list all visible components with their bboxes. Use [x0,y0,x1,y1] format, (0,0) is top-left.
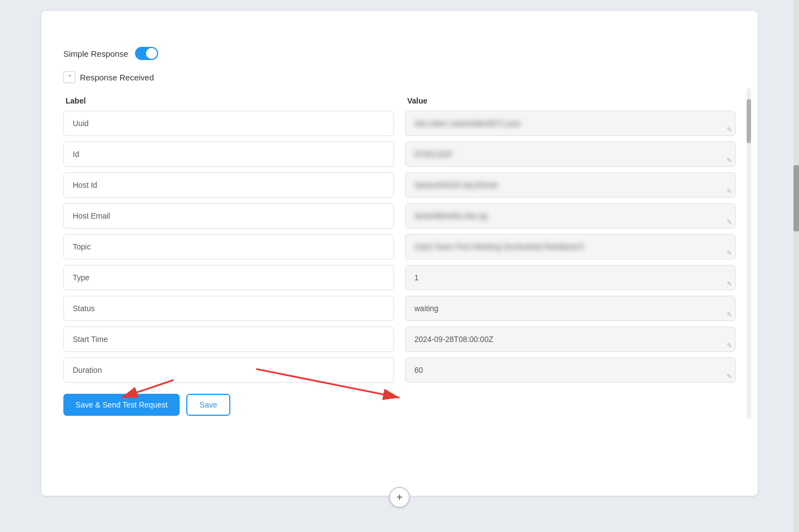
field-value-text: S4e0 Team Print Meeting Sim4e44ed Reedie… [414,242,726,251]
response-received-label: Response Received [80,73,154,82]
field-value-uuid[interactable]: 4ee-a3ee-1aeee4de4d371.pue✎ [405,111,736,136]
edit-icon: ✎ [727,373,732,380]
field-value-text: 2024-09-28T08:00:00Z [414,335,726,344]
buttons-row: Save & Send Test Request Save [63,394,736,416]
table-headers: Label Value [63,96,736,105]
chevron-up-icon: ⌃ [63,71,75,83]
breadcrumb [63,28,736,36]
edit-icon: ✎ [727,219,732,226]
field-value-start-time[interactable]: 2024-09-28T08:00:00Z✎ [405,327,736,352]
field-value-text: 1 [414,273,726,282]
edit-icon: ✎ [727,342,732,349]
field-label-start-time: Start Time [63,327,394,352]
edit-icon: ✎ [727,157,732,164]
simple-response-row: Simple Response [63,47,736,60]
page-scrollbar-track [793,0,799,532]
table-row: Type1✎ [63,265,736,290]
inner-scrollbar-thumb[interactable] [747,99,751,143]
table-row: Host Email4e4e4884484.44e.eg✎ [63,203,736,229]
plus-button[interactable]: + [389,487,410,508]
edit-icon: ✎ [727,188,732,195]
field-value-host-email[interactable]: 4e4e4884484.44e.eg✎ [405,203,736,229]
field-value-status[interactable]: waiting✎ [405,296,736,321]
field-value-topic[interactable]: S4e0 Team Print Meeting Sim4e44ed Reedie… [405,234,736,259]
edit-icon: ✎ [727,126,732,133]
table-row: Statuswaiting✎ [63,296,736,321]
table-row: Host Id3a4ee4NO44-4ey3He4e✎ [63,172,736,198]
field-value-host-id[interactable]: 3a4ee4NO44-4ey3He4e✎ [405,172,736,198]
field-value-text: 3a4ee4NO44-4ey3He4e [414,181,726,189]
label-header: Label [66,96,396,105]
field-value-text: waiting [414,304,726,313]
field-label-id: Id [63,142,394,167]
field-value-text: 4ee-a3ee-1aeee4de4d371.pue [414,119,726,128]
field-label-host-id: Host Id [63,172,394,198]
table-row: Start Time2024-09-28T08:00:00Z✎ [63,327,736,352]
edit-icon: ✎ [727,249,732,257]
table-row: Duration60✎ [63,357,736,383]
table-row: Id8709110d7✎ [63,142,736,167]
simple-response-label: Simple Response [63,49,128,58]
save-and-send-button[interactable]: Save & Send Test Request [63,394,180,416]
save-button[interactable]: Save [186,394,230,416]
field-value-type[interactable]: 1✎ [405,265,736,290]
field-label-topic: Topic [63,234,394,259]
field-value-text: 8709110d7 [414,150,726,159]
value-header: Value [407,96,733,105]
field-value-duration[interactable]: 60✎ [405,357,736,383]
field-value-id[interactable]: 8709110d7✎ [405,142,736,167]
inner-scrollbar-track [747,88,751,419]
field-rows-container: Uuid4ee-a3ee-1aeee4de4d371.pue✎Id8709110… [63,111,736,383]
response-received-row[interactable]: ⌃ Response Received [63,71,736,83]
edit-icon: ✎ [727,280,732,287]
field-value-text: 60 [414,366,726,374]
edit-icon: ✎ [727,311,732,318]
field-label-uuid: Uuid [63,111,394,136]
field-label-duration: Duration [63,357,394,383]
field-label-status: Status [63,296,394,321]
main-card: Simple Response ⌃ Response Received Labe… [41,11,758,496]
page-scrollbar-thumb[interactable] [793,165,799,231]
table-row: Uuid4ee-a3ee-1aeee4de4d371.pue✎ [63,111,736,136]
field-value-text: 4e4e4884484.44e.eg [414,211,726,220]
field-label-host-email: Host Email [63,203,394,229]
table-row: TopicS4e0 Team Print Meeting Sim4e44ed R… [63,234,736,259]
simple-response-toggle[interactable] [135,47,158,60]
field-label-type: Type [63,265,394,290]
